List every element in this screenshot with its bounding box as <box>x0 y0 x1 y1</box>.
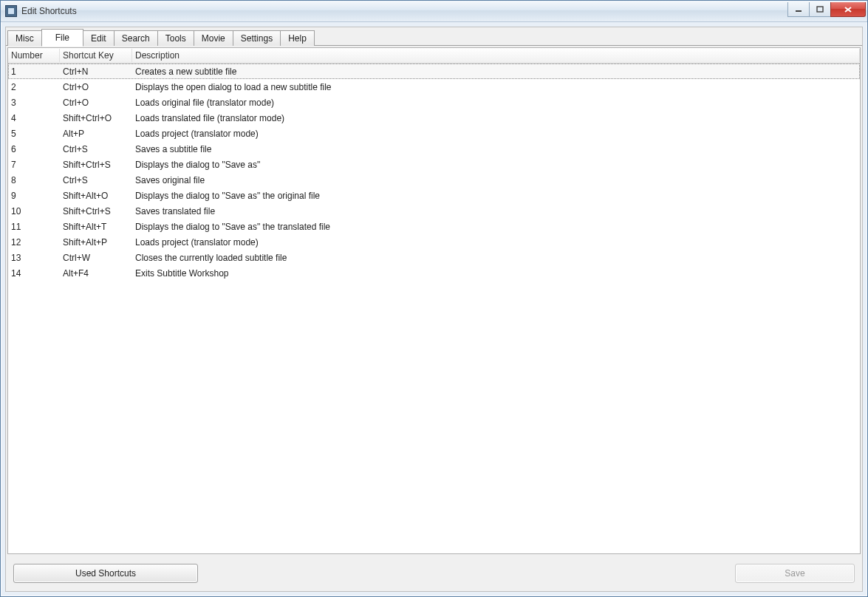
table-row[interactable]: 2Ctrl+ODisplays the open dialog to load … <box>8 79 860 95</box>
table-row[interactable]: 5Alt+PLoads project (translator mode) <box>8 126 860 141</box>
cell-number: 5 <box>8 129 60 139</box>
window-controls <box>788 2 867 17</box>
maximize-icon <box>816 6 824 13</box>
tab-search[interactable]: Search <box>114 30 158 46</box>
cell-shortcut: Shift+Ctrl+S <box>60 160 132 170</box>
cell-number: 14 <box>8 268 60 279</box>
cell-number: 7 <box>8 160 60 170</box>
cell-number: 6 <box>8 144 60 154</box>
cell-shortcut: Alt+P <box>60 129 132 139</box>
table-row[interactable]: 12Shift+Alt+PLoads project (translator m… <box>8 234 860 250</box>
cell-shortcut: Shift+Alt+P <box>60 237 132 248</box>
tab-edit[interactable]: Edit <box>83 30 115 46</box>
tab-settings[interactable]: Settings <box>233 30 281 46</box>
cell-description: Loads translated file (translator mode) <box>132 113 860 123</box>
cell-shortcut: Ctrl+O <box>60 82 132 92</box>
table-row[interactable]: 11Shift+Alt+TDisplays the dialog to "Sav… <box>8 219 860 234</box>
app-icon <box>5 5 17 17</box>
cell-description: Displays the open dialog to load a new s… <box>132 82 860 92</box>
minimize-icon <box>795 6 802 13</box>
cell-description: Creates a new subtitle file <box>132 66 860 77</box>
cell-shortcut: Alt+F4 <box>60 268 132 279</box>
table-row[interactable]: 4Shift+Ctrl+OLoads translated file (tran… <box>8 110 860 126</box>
bottom-bar: Used Shortcuts Save <box>6 556 862 591</box>
cell-description: Saves a subtitle file <box>132 144 860 154</box>
table-body: 1Ctrl+NCreates a new subtitle file2Ctrl+… <box>8 64 860 553</box>
cell-shortcut: Shift+Ctrl+S <box>60 206 132 216</box>
cell-number: 2 <box>8 82 60 92</box>
cell-number: 4 <box>8 113 60 123</box>
cell-description: Displays the dialog to "Save as" the tra… <box>132 222 860 232</box>
cell-shortcut: Ctrl+W <box>60 253 132 263</box>
window-title: Edit Shortcuts <box>21 6 77 16</box>
table-row[interactable]: 6Ctrl+SSaves a subtitle file <box>8 141 860 157</box>
cell-shortcut: Shift+Alt+O <box>60 191 132 201</box>
tab-tools[interactable]: Tools <box>157 30 194 46</box>
save-button[interactable]: Save <box>735 564 855 583</box>
cell-number: 13 <box>8 253 60 263</box>
cell-number: 12 <box>8 237 60 248</box>
table-row[interactable]: 13Ctrl+WCloses the currently loaded subt… <box>8 250 860 265</box>
close-button[interactable] <box>830 2 866 17</box>
shortcuts-table[interactable]: Number Shortcut Key Description 1Ctrl+NC… <box>7 47 861 554</box>
cell-description: Loads project (translator mode) <box>132 129 860 139</box>
cell-shortcut: Shift+Alt+T <box>60 222 132 232</box>
maximize-button[interactable] <box>809 2 831 17</box>
col-header-shortcut[interactable]: Shortcut Key <box>60 49 132 62</box>
cell-description: Displays the dialog to "Save as" <box>132 160 860 170</box>
cell-description: Exits Subtitle Workshop <box>132 268 860 279</box>
table-header: Number Shortcut Key Description <box>8 48 860 64</box>
svg-rect-1 <box>817 7 823 12</box>
cell-description: Saves translated file <box>132 206 860 216</box>
cell-description: Loads original file (translator mode) <box>132 98 860 108</box>
cell-number: 8 <box>8 175 60 185</box>
window: Edit Shortcuts MiscFileEditSearchToolsMo… <box>0 0 868 597</box>
cell-description: Saves original file <box>132 175 860 185</box>
tab-help[interactable]: Help <box>280 30 315 46</box>
cell-number: 11 <box>8 222 60 232</box>
close-icon <box>844 6 852 13</box>
tab-panel: Number Shortcut Key Description 1Ctrl+NC… <box>6 45 862 591</box>
cell-shortcut: Ctrl+S <box>60 144 132 154</box>
table-row[interactable]: 10Shift+Ctrl+SSaves translated file <box>8 203 860 219</box>
cell-number: 1 <box>8 66 60 77</box>
col-header-description[interactable]: Description <box>132 49 860 62</box>
tabs: MiscFileEditSearchToolsMovieSettingsHelp <box>6 27 862 45</box>
cell-description: Displays the dialog to "Save as" the ori… <box>132 191 860 201</box>
cell-number: 9 <box>8 191 60 201</box>
cell-description: Closes the currently loaded subtitle fil… <box>132 253 860 263</box>
tab-file[interactable]: File <box>41 29 83 47</box>
col-header-number[interactable]: Number <box>8 49 60 62</box>
svg-rect-0 <box>796 10 802 12</box>
client-area: MiscFileEditSearchToolsMovieSettingsHelp… <box>5 27 863 592</box>
cell-shortcut: Ctrl+S <box>60 175 132 185</box>
table-row[interactable]: 3Ctrl+OLoads original file (translator m… <box>8 95 860 110</box>
tab-movie[interactable]: Movie <box>194 30 233 46</box>
table-row[interactable]: 7Shift+Ctrl+SDisplays the dialog to "Sav… <box>8 157 860 172</box>
cell-number: 3 <box>8 98 60 108</box>
used-shortcuts-button[interactable]: Used Shortcuts <box>13 564 198 583</box>
minimize-button[interactable] <box>787 2 810 17</box>
table-row[interactable]: 14Alt+F4Exits Subtitle Workshop <box>8 265 860 281</box>
cell-shortcut: Shift+Ctrl+O <box>60 113 132 123</box>
cell-number: 10 <box>8 206 60 216</box>
table-row[interactable]: 9Shift+Alt+ODisplays the dialog to "Save… <box>8 188 860 203</box>
titlebar[interactable]: Edit Shortcuts <box>1 1 867 22</box>
cell-description: Loads project (translator mode) <box>132 237 860 248</box>
cell-shortcut: Ctrl+O <box>60 98 132 108</box>
tab-misc[interactable]: Misc <box>7 30 42 46</box>
table-row[interactable]: 8Ctrl+SSaves original file <box>8 172 860 188</box>
cell-shortcut: Ctrl+N <box>60 66 132 77</box>
table-row[interactable]: 1Ctrl+NCreates a new subtitle file <box>8 64 860 79</box>
